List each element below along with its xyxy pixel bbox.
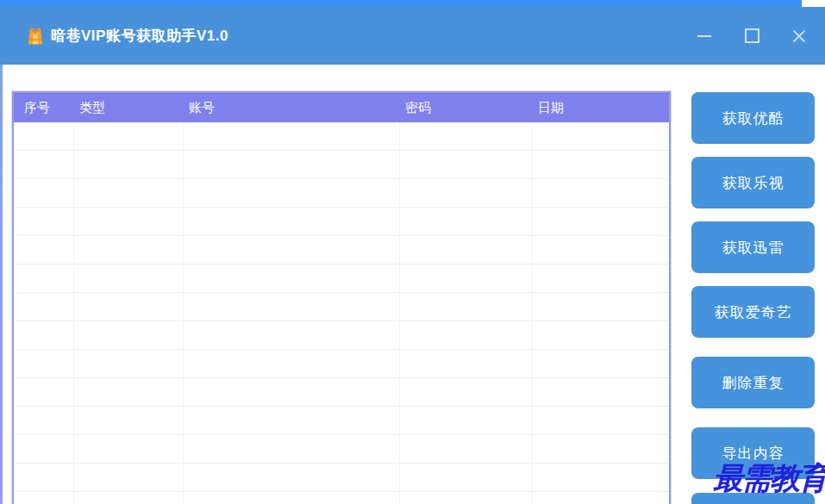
get-letv-button[interactable]: 获取乐视 — [691, 157, 815, 208]
table-cell — [184, 492, 400, 504]
get-youku-button[interactable]: 获取优酷 — [691, 92, 815, 144]
table-cell — [74, 464, 184, 491]
title-bar: 暗巷VIP账号获取助手V1.0 — [0, 7, 825, 65]
table-cell — [74, 293, 184, 320]
close-button[interactable] — [789, 26, 809, 47]
table-cell — [14, 208, 74, 235]
column-header-password[interactable]: 密码 — [400, 100, 533, 116]
table-cell — [14, 407, 74, 434]
table-cell — [14, 264, 74, 292]
table-cell — [400, 236, 533, 264]
table-cell — [184, 321, 400, 349]
close-icon — [792, 29, 806, 43]
table-cell — [400, 151, 533, 178]
table-cell — [533, 208, 669, 235]
table-row — [14, 378, 669, 407]
remove-duplicates-button[interactable]: 删除重复 — [691, 357, 815, 408]
window-controls — [694, 7, 809, 65]
table-cell — [74, 407, 184, 434]
table-row — [14, 407, 669, 435]
table-cell — [14, 179, 74, 207]
table-cell — [184, 236, 400, 264]
table-row — [14, 208, 669, 236]
partial-button[interactable] — [691, 493, 815, 504]
table-cell — [74, 151, 184, 178]
table-cell — [74, 435, 184, 463]
table-cell — [184, 122, 400, 150]
table-cell — [533, 435, 669, 463]
table-row — [14, 464, 669, 492]
table-cell — [74, 321, 184, 349]
table-cell — [533, 492, 669, 504]
table-row — [14, 151, 669, 179]
table-cell — [400, 264, 533, 292]
table-cell — [14, 293, 74, 320]
column-header-date[interactable]: 日期 — [533, 100, 669, 116]
table-row — [14, 435, 669, 464]
table-row — [14, 236, 669, 264]
table-cell — [184, 264, 400, 292]
table-cell — [400, 321, 533, 349]
table-cell — [533, 464, 669, 491]
column-header-type[interactable]: 类型 — [74, 100, 184, 116]
table-cell — [400, 179, 533, 207]
minimize-button[interactable] — [694, 26, 715, 47]
table-cell — [14, 122, 74, 150]
table-cell — [184, 350, 400, 377]
table-cell — [14, 321, 74, 349]
table-cell — [533, 350, 669, 377]
table-cell — [14, 435, 74, 463]
table-cell — [14, 378, 74, 406]
table-cell — [533, 151, 669, 178]
table-cell — [184, 407, 400, 434]
table-row — [14, 264, 669, 293]
window-title: 暗巷VIP账号获取助手V1.0 — [51, 26, 228, 46]
table-cell — [184, 435, 400, 463]
column-header-account[interactable]: 账号 — [184, 100, 400, 116]
table-cell — [74, 122, 184, 150]
table-cell — [184, 151, 400, 178]
table-row — [14, 179, 669, 208]
table-row — [14, 350, 669, 378]
table-cell — [74, 208, 184, 235]
table-cell — [533, 264, 669, 292]
table-header-row: 序号 类型 账号 密码 日期 — [14, 93, 669, 122]
table-row — [14, 321, 669, 350]
table-cell — [533, 321, 669, 349]
table-cell — [533, 407, 669, 434]
table-cell — [184, 378, 400, 406]
minimize-icon — [697, 35, 711, 37]
get-xunlei-button[interactable]: 获取迅雷 — [691, 221, 815, 273]
table-cell — [400, 208, 533, 235]
table-cell — [533, 179, 669, 207]
table-row — [14, 122, 669, 151]
table-body — [14, 122, 669, 504]
table-cell — [400, 407, 533, 434]
table-cell — [74, 179, 184, 207]
column-header-serial[interactable]: 序号 — [14, 100, 74, 116]
get-iqiyi-button[interactable]: 获取爱奇艺 — [691, 286, 815, 338]
table-cell — [400, 492, 533, 504]
maximize-icon — [745, 28, 759, 43]
table-cell — [14, 151, 74, 178]
maximize-button[interactable] — [741, 26, 762, 47]
top-accent-strip — [0, 0, 802, 7]
table-cell — [74, 492, 184, 504]
table-row — [14, 492, 669, 504]
table-cell — [74, 264, 184, 292]
table-cell — [533, 122, 669, 150]
table-cell — [74, 236, 184, 264]
accounts-table: 序号 类型 账号 密码 日期 — [12, 91, 671, 504]
table-cell — [400, 122, 533, 150]
export-content-button[interactable]: 导出内容 — [691, 427, 815, 479]
table-cell — [14, 492, 74, 504]
window-left-border — [0, 65, 3, 504]
table-cell — [533, 236, 669, 264]
table-cell — [74, 378, 184, 406]
table-row — [14, 293, 669, 321]
table-cell — [400, 350, 533, 377]
table-cell — [14, 350, 74, 377]
table-cell — [400, 464, 533, 491]
vest-icon — [26, 27, 45, 46]
table-cell — [74, 350, 184, 377]
